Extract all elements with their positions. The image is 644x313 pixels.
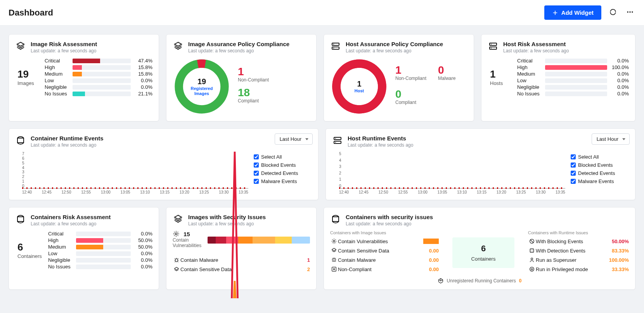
widget-subtitle: Last update: a few seconds ago bbox=[31, 142, 104, 148]
legend-item[interactable]: Malware Events bbox=[254, 178, 312, 184]
widget-title: Host Runtime Events bbox=[348, 135, 413, 142]
legend-item[interactable]: Select All bbox=[571, 154, 629, 160]
legend-item[interactable]: Select All bbox=[254, 154, 312, 160]
widget-container-events: Container Runtime Events Last update: a … bbox=[9, 128, 319, 200]
widget-subtitle: Last update: a few seconds ago bbox=[503, 48, 569, 54]
risk-label: Medium bbox=[517, 71, 545, 77]
chart-y-axis: 543210 bbox=[339, 152, 341, 188]
legend-checkbox[interactable] bbox=[254, 171, 259, 176]
issue-icon bbox=[330, 266, 338, 272]
more-button[interactable] bbox=[625, 7, 635, 19]
risk-pct: 0.0% bbox=[607, 78, 629, 83]
risk-label: No Issues bbox=[45, 91, 73, 97]
risk-bar bbox=[73, 78, 131, 83]
widget-title: Image Risk Assessment bbox=[31, 41, 97, 47]
widget-image-compliance: Image Assurance Policy Compliance Last u… bbox=[166, 34, 317, 121]
compliance-stats: 1 Non-Compliant18 Compliant bbox=[238, 66, 269, 107]
containers-total-box: 6 Containers bbox=[452, 237, 514, 268]
image-issues-heading: Containers with Image Issues bbox=[330, 230, 439, 235]
risk-pct: 15.8% bbox=[131, 64, 152, 70]
risk-label: Critical bbox=[517, 58, 545, 64]
issue-icon bbox=[528, 247, 536, 254]
compliant-label: Compliant bbox=[395, 100, 455, 105]
add-widget-button[interactable]: Add Widget bbox=[544, 5, 601, 20]
legend-checkbox[interactable] bbox=[254, 154, 259, 159]
widget-title: Host Assurance Policy Compliance bbox=[346, 41, 443, 47]
issue-label: Non-Compliant bbox=[338, 266, 429, 272]
legend-label: Blocked Events bbox=[578, 162, 613, 168]
legend-item[interactable]: Blocked Events bbox=[571, 162, 629, 168]
risk-label: High bbox=[45, 64, 73, 70]
add-widget-label: Add Widget bbox=[561, 9, 594, 16]
chart-plot: 543210 bbox=[339, 152, 565, 188]
risk-pct: 15.8% bbox=[131, 71, 152, 77]
risk-pct: 0.0% bbox=[607, 91, 629, 97]
legend-item[interactable]: Malware Events bbox=[571, 178, 629, 184]
widget-title: Containers with security issues bbox=[346, 214, 433, 220]
legend-item[interactable]: Detected Events bbox=[571, 170, 629, 176]
risk-count: 1 bbox=[490, 68, 511, 80]
risk-pct: 0.0% bbox=[607, 84, 629, 90]
compliant-label: Compliant bbox=[238, 98, 269, 104]
widget-host-compliance: Host Assurance Policy Compliance Last up… bbox=[324, 34, 474, 121]
risk-label: Critical bbox=[45, 58, 73, 64]
risk-pct: 0.0% bbox=[607, 58, 629, 64]
widget-subtitle: Last update: a few seconds ago bbox=[31, 48, 97, 54]
legend-item[interactable]: Blocked Events bbox=[254, 162, 312, 168]
page-title: Dashboard bbox=[9, 8, 53, 18]
issue-label: Contain Sensitive Data bbox=[338, 248, 429, 254]
risk-label: Negligible bbox=[517, 84, 545, 90]
legend-checkbox[interactable] bbox=[571, 163, 576, 168]
unregistered-label: Unregistered Running Containers bbox=[447, 278, 516, 284]
more-icon bbox=[626, 8, 634, 16]
risk-bar bbox=[73, 65, 131, 70]
risk-pct: 0.0% bbox=[131, 84, 152, 90]
issue-label: With Detection Events bbox=[536, 248, 612, 254]
widget-icon bbox=[332, 135, 343, 146]
widget-subtitle: Last update: a few seconds ago bbox=[346, 48, 443, 54]
widget-icon bbox=[15, 135, 26, 146]
legend-checkbox[interactable] bbox=[571, 154, 576, 159]
chart-baseline-dots bbox=[339, 187, 565, 189]
risk-pct: 0.0% bbox=[607, 71, 629, 77]
widget-icon bbox=[15, 41, 26, 52]
risk-pct: 100.0% bbox=[607, 64, 629, 70]
issue-value: 33.33% bbox=[612, 266, 629, 272]
risk-bar bbox=[545, 72, 607, 76]
legend-checkbox[interactable] bbox=[571, 171, 576, 176]
time-range-select[interactable]: Last Hour bbox=[275, 133, 313, 145]
legend-checkbox[interactable] bbox=[254, 179, 259, 184]
malware-label: Malware bbox=[438, 76, 455, 81]
risk-bar bbox=[545, 65, 607, 70]
issue-value: 0.00 bbox=[429, 266, 439, 272]
widget-icon bbox=[330, 41, 341, 52]
malware-count: 0 bbox=[438, 65, 455, 76]
legend-checkbox[interactable] bbox=[571, 179, 576, 184]
refresh-button[interactable] bbox=[608, 7, 618, 19]
risk-bar bbox=[73, 85, 131, 90]
widget-subtitle: Last update: a few seconds ago bbox=[346, 221, 433, 227]
issue-label: With Blocking Events bbox=[536, 239, 612, 244]
issue-label: Run as Superuser bbox=[536, 257, 609, 263]
compliance-donut: 19RegisteredImages bbox=[173, 57, 231, 116]
noncompliant-count: 1 bbox=[238, 66, 269, 77]
refresh-icon bbox=[609, 8, 617, 16]
risk-bar bbox=[545, 78, 607, 83]
widget-title: Host Risk Assessment bbox=[503, 41, 569, 47]
widget-containers-security: Containers with security issues Last upd… bbox=[324, 207, 635, 290]
runtime-issues-heading: Containers with Runtime Issues bbox=[528, 230, 629, 235]
issue-value: 50.00% bbox=[612, 239, 629, 244]
legend-label: Select All bbox=[261, 154, 282, 160]
legend-checkbox[interactable] bbox=[254, 163, 259, 168]
widget-subtitle: Last update: a few seconds ago bbox=[348, 142, 413, 148]
legend-label: Malware Events bbox=[261, 178, 297, 184]
time-range-select[interactable]: Last Hour bbox=[592, 133, 630, 145]
issue-label: Contain Malware bbox=[338, 257, 429, 263]
issue-label: Contain Vulnerabilities bbox=[338, 239, 423, 244]
legend-item[interactable]: Detected Events bbox=[254, 170, 312, 176]
issue-icon bbox=[330, 257, 338, 263]
compliant-count: 0 bbox=[395, 89, 455, 100]
issue-value: 100.00% bbox=[609, 257, 629, 263]
risk-label: Medium bbox=[45, 71, 73, 77]
risk-count-label: Images bbox=[17, 80, 38, 86]
